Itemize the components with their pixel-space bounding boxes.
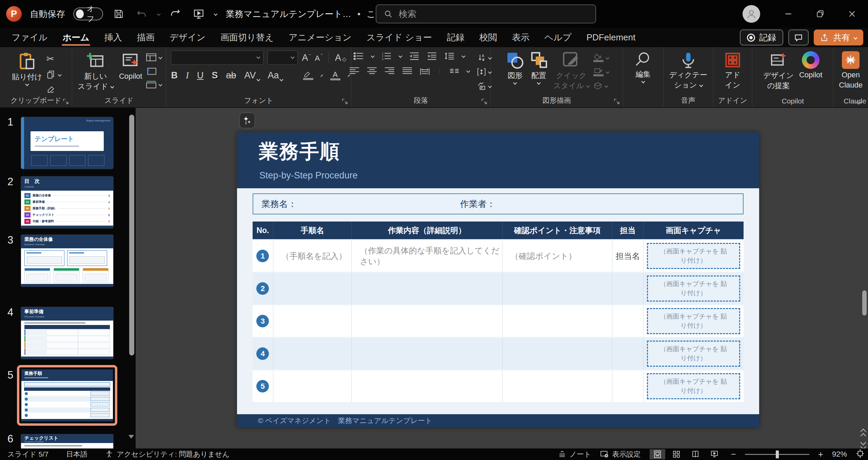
cell-check-point[interactable] (502, 273, 612, 304)
tab-design[interactable]: デザイン (162, 28, 213, 47)
text-highlight-button[interactable] (303, 71, 313, 80)
copilot-button[interactable]: Copilot (796, 51, 825, 80)
reset-slide-button[interactable] (146, 67, 162, 75)
reading-view-button[interactable] (688, 449, 703, 459)
decrease-indent-icon[interactable] (409, 52, 419, 60)
columns-dropdown-icon[interactable] (466, 69, 470, 73)
table-row[interactable]: 2 （画面キャプチャを 貼り付け） (253, 273, 744, 304)
tab-review[interactable]: 校閲 (472, 28, 505, 47)
shape-fill-button[interactable] (593, 53, 609, 62)
tab-insert[interactable]: 挿入 (97, 28, 130, 47)
shapes-button[interactable]: 図形 (503, 51, 527, 85)
document-title[interactable]: 業務マニュアルテンプレート… (226, 8, 351, 20)
text-direction-button[interactable]: A (477, 53, 491, 62)
cell-owner[interactable] (612, 338, 643, 369)
screen-capture-placeholder[interactable]: （画面キャプチャを 貼り付け） (647, 341, 740, 367)
minimize-button[interactable] (772, 0, 804, 28)
slide-thumbnail-2[interactable]: 目 次 Contents 01業務の全体像3 02事前準備4 03業務手順（詳細… (21, 176, 113, 228)
workspace-scrollbar-thumb[interactable] (862, 290, 867, 315)
next-slide-button[interactable] (861, 440, 865, 449)
justify-icon[interactable] (402, 67, 412, 75)
cell-owner[interactable] (612, 370, 643, 402)
design-ideas-button[interactable]: デザイン の提案 (761, 51, 796, 91)
slide-canvas[interactable]: 業務手順 Step-by-Step Procedure 業務名： 作業者： No… (237, 132, 759, 427)
copilot-slides-button[interactable]: Copilot (116, 51, 145, 81)
tab-help[interactable]: ヘルプ (537, 28, 579, 47)
editing-button[interactable]: 編集 (632, 51, 654, 83)
numbering-icon[interactable]: 123 (381, 52, 392, 60)
clear-formatting-button[interactable]: A◇ (335, 53, 346, 63)
restore-button[interactable] (804, 0, 836, 28)
slide-thumbnail-1[interactable]: Bayes Management テンプレート (21, 117, 113, 169)
screen-capture-placeholder[interactable]: （画面キャプチャを 貼り付け） (647, 308, 740, 334)
font-dialog-launcher-icon[interactable] (342, 98, 348, 104)
cell-step-name[interactable] (273, 305, 352, 337)
section-button[interactable] (146, 80, 162, 89)
cell-step-name[interactable] (273, 273, 352, 304)
line-spacing-icon[interactable] (445, 52, 455, 60)
highlight-dropdown-icon[interactable] (320, 74, 323, 77)
start-slideshow-icon[interactable] (191, 6, 206, 21)
bullets-icon[interactable] (354, 52, 364, 60)
share-button[interactable]: 共有 (814, 30, 863, 45)
slide-thumbnail-6[interactable]: チェックリスト Completion Checklist (21, 434, 113, 448)
text-shadow-button[interactable]: S (212, 70, 218, 81)
cell-owner[interactable]: 担当名 (612, 240, 643, 272)
user-avatar[interactable] (743, 5, 760, 23)
bold-button[interactable]: B (171, 70, 178, 81)
cell-work-detail[interactable] (352, 305, 502, 337)
notes-button[interactable]: ノート (558, 449, 591, 459)
font-name-combobox[interactable] (171, 51, 263, 65)
arrange-button[interactable]: 配置 (527, 51, 551, 85)
cell-work-detail[interactable]: （作業の具体的な手順を記入してください） (352, 240, 502, 272)
clipboard-dialog-launcher-icon[interactable] (63, 98, 69, 104)
toolbar-customize-icon[interactable] (214, 12, 217, 16)
align-center-icon[interactable] (367, 67, 377, 75)
slide-layout-button[interactable] (146, 53, 162, 61)
table-row[interactable]: 1 （手順名を記入） （作業の具体的な手順を記入してください） （確認ポイント）… (253, 240, 744, 272)
tab-draw[interactable]: 描画 (130, 28, 162, 47)
procedure-table[interactable]: No. 手順名 作業内容（詳細説明） 確認ポイント・注意事項 担当 画面キャプチ… (253, 221, 744, 403)
cell-step-name[interactable]: （手順名を記入） (273, 240, 352, 272)
slide-thumbnail-4[interactable]: 事前準備 Pre-work Checklist (21, 307, 113, 359)
increase-font-size-button[interactable]: Aˆ (302, 53, 311, 63)
autosave-toggle[interactable]: オフ (73, 7, 103, 20)
slide-title[interactable]: 業務手順 (259, 138, 340, 165)
shape-outline-button[interactable] (593, 68, 609, 76)
tab-record[interactable]: 記録 (439, 28, 472, 47)
normal-view-button[interactable] (650, 449, 665, 459)
table-row[interactable]: 4 （画面キャプチャを 貼り付け） (253, 338, 744, 369)
tab-transitions[interactable]: 画面切り替え (213, 28, 281, 47)
slide-thumbnail-3[interactable]: 業務の全体像 Business Overview (21, 235, 113, 287)
accessibility-status[interactable]: アクセシビリティ: 問題ありません (105, 449, 230, 459)
thumbnail-scrollbar-thumb[interactable] (129, 115, 134, 356)
slide-indicator[interactable]: スライド 5/7 (7, 449, 48, 459)
numbering-dropdown-icon[interactable] (399, 54, 402, 58)
tab-file[interactable]: ファイル (4, 28, 55, 47)
paragraph-dialog-launcher-icon[interactable] (481, 98, 487, 104)
columns-icon[interactable] (449, 67, 459, 75)
comments-button[interactable] (788, 30, 809, 45)
drawing-dialog-launcher-icon[interactable] (614, 98, 620, 104)
cut-icon[interactable]: ✂ (46, 53, 61, 64)
convert-to-smartart-button[interactable] (477, 82, 491, 91)
distribute-text-icon[interactable] (420, 67, 430, 75)
zoom-slider-thumb[interactable] (776, 451, 779, 458)
slide-subtitle[interactable]: Step-by-Step Procedure (259, 170, 358, 181)
dictation-button[interactable]: ディクテー ション (667, 51, 710, 90)
thumbnail-scroll-down-icon[interactable] (129, 435, 134, 439)
designer-sparkle-button[interactable] (239, 113, 255, 128)
font-color-button[interactable]: A (330, 71, 340, 80)
zoom-slider[interactable] (745, 454, 809, 455)
strikethrough-button[interactable]: ab (226, 70, 236, 81)
search-input[interactable] (399, 9, 588, 19)
format-painter-icon[interactable] (46, 85, 56, 94)
open-claude-button[interactable]: Open Claude (836, 51, 865, 90)
underline-button[interactable]: U (197, 70, 204, 81)
cell-step-name[interactable] (273, 370, 352, 402)
slide-thumbnail-5[interactable]: 業務手順 (21, 369, 113, 421)
line-spacing-dropdown-icon[interactable] (462, 54, 466, 58)
tab-slideshow[interactable]: スライド ショー (359, 28, 439, 47)
cell-work-detail[interactable] (352, 273, 502, 304)
zoom-in-button[interactable]: + (818, 449, 823, 460)
